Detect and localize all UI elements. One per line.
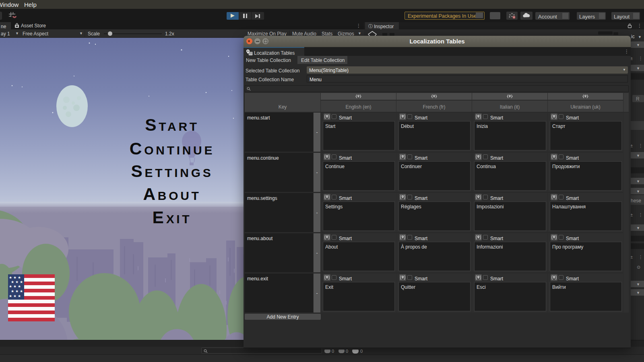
svg-text:★: ★ (11, 280, 14, 284)
svg-text:★: ★ (9, 276, 12, 280)
svg-text:★: ★ (18, 294, 21, 298)
svg-text:★: ★ (13, 294, 17, 298)
svg-text:★: ★ (20, 289, 23, 293)
svg-text:★: ★ (9, 294, 12, 298)
svg-text:★: ★ (15, 280, 19, 284)
svg-text:★: ★ (20, 280, 23, 284)
svg-text:★: ★ (15, 289, 19, 293)
svg-text:★: ★ (9, 284, 12, 288)
svg-text:★: ★ (18, 276, 21, 280)
svg-text:★: ★ (11, 289, 14, 293)
svg-text:★: ★ (13, 276, 17, 280)
svg-text:★: ★ (13, 284, 17, 288)
svg-text:★: ★ (18, 284, 21, 288)
